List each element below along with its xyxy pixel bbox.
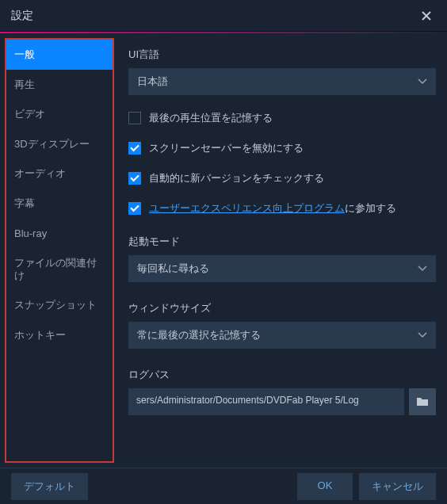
sidebar-item-label: ファイルの関連付け bbox=[14, 257, 97, 281]
sidebar-item-video[interactable]: ビデオ bbox=[6, 99, 113, 129]
sidebar-item-playback[interactable]: 再生 bbox=[6, 70, 113, 100]
remember-position-checkbox[interactable] bbox=[128, 112, 141, 124]
default-button[interactable]: デフォルト bbox=[11, 473, 88, 500]
browse-folder-button[interactable] bbox=[409, 388, 436, 415]
sidebar-item-label: オーディオ bbox=[14, 167, 66, 179]
main-panel: UI言語 日本語 最後の再生位置を記憶する スクリーンセーバーを無効にする 自動… bbox=[114, 33, 447, 468]
ux-program-suffix: に参加する bbox=[345, 202, 396, 214]
footer-right: OK キャンセル bbox=[297, 473, 436, 500]
sidebar-item-label: Blu-ray bbox=[14, 227, 47, 239]
ux-program-link[interactable]: ユーザーエクスペリエンス向上プログラム bbox=[149, 202, 345, 214]
select-value: 毎回私に尋ねる bbox=[137, 262, 209, 276]
titlebar: 設定 bbox=[0, 0, 447, 32]
startup-mode-label: 起動モード bbox=[128, 235, 436, 249]
ux-program-label: ユーザーエクスペリエンス向上プログラムに参加する bbox=[149, 201, 396, 216]
window-size-select[interactable]: 常に最後の選択を記憶する bbox=[128, 322, 436, 349]
ux-program-row: ユーザーエクスペリエンス向上プログラムに参加する bbox=[128, 201, 436, 216]
window-size-section: ウィンドウサイズ 常に最後の選択を記憶する bbox=[128, 301, 436, 349]
disable-screensaver-row: スクリーンセーバーを無効にする bbox=[128, 141, 436, 155]
startup-mode-select[interactable]: 毎回私に尋ねる bbox=[128, 255, 436, 282]
select-value: 常に最後の選択を記憶する bbox=[137, 328, 261, 342]
sidebar: 一般 再生 ビデオ 3Dディスプレー オーディオ 字幕 Blu-ray ファイル… bbox=[5, 38, 114, 463]
ok-button[interactable]: OK bbox=[297, 473, 353, 500]
sidebar-item-general[interactable]: 一般 bbox=[6, 40, 113, 70]
sidebar-item-label: 再生 bbox=[14, 78, 35, 90]
sidebar-item-3d-display[interactable]: 3Dディスプレー bbox=[6, 129, 113, 159]
window-size-label: ウィンドウサイズ bbox=[128, 301, 436, 315]
sidebar-item-bluray[interactable]: Blu-ray bbox=[6, 219, 113, 249]
sidebar-item-label: ホットキー bbox=[14, 329, 66, 341]
remember-position-label: 最後の再生位置を記憶する bbox=[149, 111, 273, 125]
sidebar-item-hotkey[interactable]: ホットキー bbox=[6, 320, 113, 350]
sidebar-item-file-assoc[interactable]: ファイルの関連付け bbox=[6, 248, 113, 290]
auto-update-label: 自動的に新バージョンをチェックする bbox=[149, 171, 324, 185]
sidebar-item-label: 3Dディスプレー bbox=[14, 138, 90, 150]
chevron-down-icon bbox=[418, 78, 427, 85]
select-value: 日本語 bbox=[137, 74, 168, 89]
cancel-button[interactable]: キャンセル bbox=[359, 473, 436, 500]
log-path-row: sers/Administrator/Documents/DVDFab Play… bbox=[128, 388, 436, 415]
disable-screensaver-checkbox[interactable] bbox=[128, 142, 141, 155]
folder-icon bbox=[416, 396, 429, 407]
log-path-section: ログパス sers/Administrator/Documents/DVDFab… bbox=[128, 368, 436, 415]
remember-position-row: 最後の再生位置を記憶する bbox=[128, 111, 436, 125]
close-icon[interactable] bbox=[417, 8, 436, 24]
disable-screensaver-label: スクリーンセーバーを無効にする bbox=[149, 141, 304, 155]
auto-update-row: 自動的に新バージョンをチェックする bbox=[128, 171, 436, 185]
sidebar-item-label: 一般 bbox=[14, 48, 35, 60]
auto-update-checkbox[interactable] bbox=[128, 172, 141, 185]
body-area: 一般 再生 ビデオ 3Dディスプレー オーディオ 字幕 Blu-ray ファイル… bbox=[0, 33, 447, 468]
sidebar-item-subtitle[interactable]: 字幕 bbox=[6, 189, 113, 219]
chevron-down-icon bbox=[418, 265, 427, 272]
log-path-label: ログパス bbox=[128, 368, 436, 382]
sidebar-item-label: 字幕 bbox=[14, 197, 35, 209]
sidebar-item-label: ビデオ bbox=[14, 108, 45, 120]
ux-program-checkbox[interactable] bbox=[128, 202, 141, 215]
log-path-input[interactable]: sers/Administrator/Documents/DVDFab Play… bbox=[128, 388, 404, 415]
footer: デフォルト OK キャンセル bbox=[0, 468, 447, 504]
sidebar-item-label: スナップショット bbox=[14, 299, 97, 311]
sidebar-item-audio[interactable]: オーディオ bbox=[6, 158, 113, 189]
startup-mode-section: 起動モード 毎回私に尋ねる bbox=[128, 235, 436, 282]
ui-language-label: UI言語 bbox=[128, 48, 436, 62]
chevron-down-icon bbox=[418, 332, 427, 338]
window-title: 設定 bbox=[11, 9, 33, 23]
ui-language-select[interactable]: 日本語 bbox=[128, 68, 436, 95]
sidebar-item-snapshot[interactable]: スナップショット bbox=[6, 290, 113, 320]
